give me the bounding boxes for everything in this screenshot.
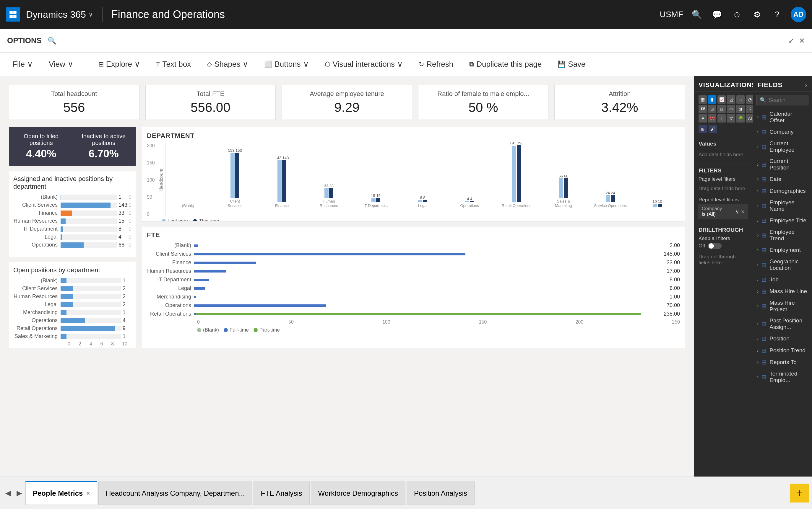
nav-right-section: USMF 🔍 💬 ☺ ⚙ ? AD [660, 7, 806, 22]
field-company[interactable]: › ⊞ Company [753, 126, 812, 138]
field-employment[interactable]: › ⊞ Employment [753, 244, 812, 256]
search-icon[interactable]: 🔍 [690, 8, 703, 21]
viz-icon-ribbon[interactable]: 🎀 [708, 114, 716, 123]
open-bar-client: Client Services 2 [13, 285, 131, 292]
tab-nav-next[interactable]: ▶ [14, 489, 24, 497]
viz-icon-slicer[interactable]: ≡ [698, 114, 707, 123]
emoji-icon[interactable]: ☺ [730, 8, 744, 21]
field-mass-hire-project[interactable]: › ⊞ Mass Hire Project [753, 297, 812, 315]
tab-workforce-demographics[interactable]: Workforce Demographics [311, 481, 405, 505]
viz-icon-decomp[interactable]: 🌳 [736, 114, 745, 123]
textbox-button[interactable]: T Text box [153, 57, 194, 71]
tab-headcount-label: Headcount Analysis Company, Departmen... [106, 489, 245, 498]
tab-workforce-label: Workforce Demographics [318, 489, 398, 498]
viz-icon-scatter[interactable]: ⠿ [736, 95, 745, 104]
viz-icon-area[interactable]: ◿ [727, 95, 735, 104]
field-reports-to[interactable]: › ⊞ Reports To [753, 357, 812, 368]
view-menu[interactable]: View ∨ [45, 57, 77, 71]
viz-icon-bar[interactable]: ▦ [698, 95, 707, 104]
open-bar-retail: Retail Operations 9 [13, 325, 131, 332]
tab-people-metrics-close[interactable]: × [86, 490, 90, 497]
refresh-label: Refresh [427, 60, 453, 69]
viz-icon-matrix[interactable]: ⊟ [717, 105, 726, 113]
tab-people-metrics[interactable]: People Metrics × [25, 481, 97, 505]
brand-chevron-icon[interactable]: ∨ [88, 11, 93, 18]
options-search-icon[interactable]: 🔍 [48, 37, 57, 45]
metric-fte-label: Total FTE [153, 90, 269, 98]
duplicate-label: Duplicate this page [476, 60, 542, 69]
drag-drillthrough-fields[interactable]: Drag drillthrough fields here [698, 251, 748, 268]
textbox-icon: T [156, 61, 160, 68]
field-current-employee[interactable]: › ⊞ Current Employee [753, 138, 812, 156]
company-filter-tag[interactable]: Company is (All) ∨ ✕ [698, 204, 748, 219]
visual-interactions-button[interactable]: ⬡ Visual interactions ∨ [321, 57, 407, 71]
field-current-position[interactable]: › ⊞ Current Position [753, 156, 812, 173]
field-terminated-employee[interactable]: › ⊞ Terminated Emplo... [753, 368, 812, 386]
field-employee-title[interactable]: › ⊞ Employee Title [753, 215, 812, 227]
settings-icon[interactable]: ⚙ [751, 8, 763, 21]
viz-table-icon[interactable]: ⊞ [698, 125, 707, 133]
viz-icon-line[interactable]: 📈 [717, 95, 726, 104]
file-menu[interactable]: File ∨ [9, 57, 36, 71]
open-positions-chart-title: Open positions by department [13, 266, 131, 274]
buttons-button[interactable]: ⬜ Buttons ∨ [261, 57, 312, 71]
field-employee-trend[interactable]: › ⊞ Employee Trend [753, 227, 812, 244]
field-date[interactable]: › ⊞ Date [753, 173, 812, 185]
field-geographic-location[interactable]: › ⊞ Geographic Location [753, 256, 812, 274]
filter-remove-icon[interactable]: ✕ [741, 209, 745, 215]
tab-position-analysis[interactable]: Position Analysis [407, 481, 474, 505]
filter-expand-icon[interactable]: ∨ [736, 209, 739, 215]
field-position[interactable]: › ⊞ Position [753, 333, 812, 344]
viz-title: VISUALIZATIONS [698, 81, 753, 89]
open-bar-legal: Legal 2 [13, 301, 131, 308]
field-job[interactable]: › ⊞ Job [753, 274, 812, 285]
help-icon[interactable]: ? [771, 8, 784, 21]
viz-icon-bar2[interactable]: ▮ [708, 95, 716, 104]
viz-brush-icon[interactable]: 🖌 [709, 125, 717, 133]
fields-search-box[interactable]: 🔍 [756, 95, 808, 105]
viz-icon-waterfall[interactable]: ⫶ [717, 114, 726, 123]
close-icon[interactable]: ✕ [799, 37, 805, 45]
field-past-position[interactable]: › ⊞ Past Position Assign... [753, 315, 812, 333]
save-button[interactable]: 💾 Save [554, 57, 589, 71]
viz-icon-map[interactable]: 🗺 [698, 105, 707, 113]
tab-fte-analysis[interactable]: FTE Analysis [253, 481, 310, 505]
fte-legal: Legal 6.00 [147, 285, 680, 292]
assigned-inactive-chart: Assigned and inactive positions by depar… [9, 171, 136, 257]
viz-icon-gauge[interactable]: ◑ [736, 105, 745, 113]
field-position-trend[interactable]: › ⊞ Position Trend [753, 344, 812, 357]
viz-icon-kpi[interactable]: K [746, 105, 753, 113]
explore-button[interactable]: ⊞ Explore ∨ [95, 57, 144, 71]
field-calendar-offset[interactable]: › ⊞ Calendar Offset [753, 108, 812, 126]
chat-icon[interactable]: 💬 [710, 8, 723, 21]
field-employee-name[interactable]: › ⊞ Employee Name [753, 197, 812, 215]
refresh-button[interactable]: ↻ Refresh [415, 57, 457, 71]
metric-card-attrition: Attrition 3.42% [554, 85, 685, 120]
duplicate-button[interactable]: ⧉ Duplicate this page [466, 57, 545, 71]
fields-chevron-icon[interactable]: › [805, 81, 807, 89]
viz-icon-card[interactable]: ▭ [727, 105, 735, 113]
expand-icon[interactable]: ⤢ [788, 37, 794, 45]
drag-data-fields[interactable]: Drag data fields here [698, 183, 748, 194]
fields-search-input[interactable] [769, 97, 805, 103]
brand-label[interactable]: Dynamics 365 [26, 9, 86, 20]
viz-icon-funnel[interactable]: ▽ [727, 114, 735, 123]
tab-headcount-analysis[interactable]: Headcount Analysis Company, Departmen... [98, 481, 252, 505]
metric-card-fte: Total FTE 556.00 [145, 85, 276, 120]
shapes-button[interactable]: ◇ Shapes ∨ [203, 57, 252, 71]
user-avatar[interactable]: AD [791, 7, 806, 22]
viz-icon-table[interactable]: ⊞ [708, 105, 716, 113]
viz-icon-ai[interactable]: AI [746, 114, 753, 123]
tab-nav-prev[interactable]: ◀ [3, 489, 13, 497]
open-bar-blank: (Blank) 1 [13, 277, 131, 284]
viz-icon-pie[interactable]: ◔ [746, 95, 753, 104]
field-demographics[interactable]: › ⊞ Demographics [753, 185, 812, 197]
explore-label: Explore [106, 60, 132, 69]
drillthrough-toggle[interactable] [708, 243, 722, 249]
field-mass-hire-line[interactable]: › ⊞ Mass Hire Line [753, 285, 812, 297]
visualizations-panel: VISUALIZATIONS › ▦ ▮ 📈 ◿ ⠿ ◔ 🗺 ⊞ ⊟ ▭ ◑ K… [694, 76, 753, 477]
tab-add-button[interactable]: + [790, 484, 809, 503]
fte-hr: Human Resources 17.00 [147, 268, 680, 274]
grid-icon[interactable] [6, 7, 20, 22]
add-data-fields[interactable]: Add data fields here [698, 149, 748, 160]
